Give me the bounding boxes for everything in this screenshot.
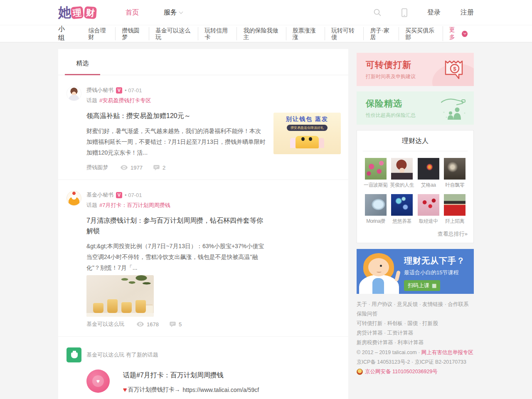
- post1-title[interactable]: 领高温补贴：攒安易盈加赠120元～: [86, 111, 268, 121]
- nav-home[interactable]: 首页: [126, 8, 139, 17]
- post1-topic-link[interactable]: #安易盈攒钱打卡专区: [99, 97, 151, 103]
- topic-label: 话题: [86, 202, 97, 208]
- post1-views: 1977: [121, 165, 143, 171]
- bond-banner-subtitle: 打新时间表及申购建议: [366, 73, 416, 80]
- footer-links-calculators-2[interactable]: 新房税费计算器 · 利率计算器: [357, 338, 474, 347]
- avatar-group-fund[interactable]: [66, 347, 81, 362]
- expert-user[interactable]: Morina攒: [363, 194, 389, 225]
- avatar-post1[interactable]: [66, 86, 81, 101]
- topic-card[interactable]: ♥ 话题#7月打卡：百万计划周周攒钱 ♥ 百万计划攒钱打卡→ https://w…: [86, 369, 341, 394]
- experts-more-link[interactable]: 查看总排行»: [363, 230, 468, 238]
- login-link[interactable]: 登录: [427, 8, 441, 17]
- post1-date: • 07-01: [125, 87, 142, 94]
- subnav-item-maimaimai[interactable]: 买买买俱乐部: [399, 27, 443, 40]
- subnav-item-baoxian[interactable]: 我的保险我做主: [236, 27, 286, 40]
- report-link[interactable]: 网上有害信息举报专区: [421, 350, 473, 355]
- icp-text: 京ICP备 14053123号-2 · 京ICP证 B2-20170733: [357, 357, 474, 367]
- main-nav: 首页 服务: [126, 8, 182, 17]
- nav-service[interactable]: 服务: [164, 8, 182, 17]
- topic-link-text: 百万计划攒钱打卡→: [128, 386, 180, 394]
- subnav-group-label[interactable]: 小组: [58, 25, 71, 42]
- expert-avatar[interactable]: [418, 158, 439, 180]
- view-icon: [121, 165, 128, 170]
- expert-avatar[interactable]: [391, 194, 413, 216]
- expert-avatar[interactable]: [365, 194, 387, 216]
- post-3: 基金可以这么玩 有了新的话题 ♥ 话题#7月打卡：百万计划周周攒钱 ♥ 百万计划…: [58, 337, 348, 399]
- post2-topic-link[interactable]: #7月打卡：百万计划周周攒钱: [99, 202, 170, 208]
- avatar-post2[interactable]: [66, 191, 81, 206]
- tab-featured[interactable]: 精选: [65, 49, 100, 75]
- logo-block-li: 理: [71, 6, 84, 19]
- post3-header-text: 有了新的话题: [126, 352, 158, 358]
- scan-course-button[interactable]: 扫码上课 ▦: [404, 280, 440, 291]
- post-2: 基金小秘书 V • 07-01 话题#7月打卡：百万计划周周攒钱 7月清凉攒钱计…: [58, 180, 348, 337]
- expert-user[interactable]: 叶自飘零: [442, 158, 468, 189]
- topic-card-title[interactable]: 话题#7月打卡：百万计划周周攒钱: [123, 371, 259, 380]
- topic-card-url[interactable]: https://www.talicai.com/a/59cf: [183, 387, 259, 393]
- expert-user[interactable]: 阡上陌离: [442, 194, 468, 225]
- sidebar: 可转债打新 打新时间表及申购建议 $ 保险精选 性价比超高的保险汇总: [357, 53, 474, 377]
- expert-avatar[interactable]: [365, 158, 387, 180]
- subnav-item-jijin[interactable]: 基金可以这么玩: [149, 27, 198, 40]
- footer-links-calculators-1[interactable]: 房贷计算器 · 工资计算器: [357, 328, 474, 338]
- post1-excerpt: 财蜜们好，暑气渐盛，天气越来越热，我们的消暑福利不能停！本次加赠福利延长一周，不…: [86, 126, 266, 158]
- course-title: 理财无从下手？: [404, 255, 465, 266]
- insurance-banner-subtitle: 性价比超高的保险汇总: [366, 112, 416, 119]
- post1-group[interactable]: 攒钱圆梦: [86, 164, 108, 171]
- police-record-link[interactable]: 京公网安备 11010502036929号: [365, 367, 438, 377]
- expert-avatar[interactable]: [418, 194, 439, 216]
- subnav-item-zanqian[interactable]: 攒钱圆梦: [115, 27, 149, 40]
- header-actions: 登录 注册: [353, 8, 474, 17]
- expert-user[interactable]: 一亩波斯菊: [363, 158, 389, 189]
- bond-banner-title: 可转债打新: [366, 59, 416, 71]
- police-badge-icon: [357, 369, 363, 375]
- post2-group[interactable]: 基金可以这么玩: [86, 320, 124, 328]
- expert-user[interactable]: 艾格aa: [416, 158, 441, 189]
- thumb1-subtitle: 攒安易盈送你降温好礼: [287, 125, 328, 131]
- chevron-down-icon: [179, 10, 183, 14]
- post2-author[interactable]: 基金小秘书: [86, 191, 113, 199]
- post1-comments: 2: [153, 165, 165, 171]
- view-icon: [137, 322, 144, 327]
- verified-badge-icon: V: [116, 87, 122, 94]
- subnav-more[interactable]: 更多: [443, 26, 474, 41]
- expert-avatar[interactable]: [444, 194, 466, 216]
- post3-group-name[interactable]: 基金可以这么玩: [86, 352, 124, 358]
- footer-links-tools[interactable]: 可转债打新 · 科创板 · 国债 · 打新股: [357, 319, 474, 328]
- search-icon[interactable]: [373, 8, 382, 17]
- footer-link-insurance-qa[interactable]: 保险问答: [357, 309, 474, 319]
- convertible-bond-banner[interactable]: 可转债打新 打新时间表及申购建议 $: [357, 53, 474, 86]
- expert-avatar[interactable]: [444, 158, 466, 180]
- topic-avatar: ♥: [86, 369, 110, 393]
- register-link[interactable]: 注册: [461, 8, 474, 17]
- insurance-banner[interactable]: 保险精选 性价比超高的保险汇总: [357, 91, 474, 125]
- drink-glasses: [93, 299, 146, 313]
- course-banner[interactable]: 理财无从下手？ 最适合小白的15节课程 扫码上课 ▦: [357, 249, 474, 294]
- comment-icon: [153, 165, 160, 170]
- subnav-item-kezhuanzhai[interactable]: 玩转可转债: [325, 27, 363, 40]
- chevron-down-circle-icon: [462, 31, 468, 37]
- heart-icon: ♥: [123, 386, 127, 394]
- subnav-links: 综合理财 攒钱圆梦 基金可以这么玩 玩转信用卡 我的保险我做主 股票涨涨涨 玩转…: [82, 27, 443, 40]
- subnav-item-gupiao[interactable]: 股票涨涨涨: [286, 27, 325, 40]
- expert-user[interactable]: 悠悠养基: [389, 194, 415, 225]
- subnav-item-zonghelicai[interactable]: 综合理财: [82, 27, 116, 40]
- post1-thumbnail[interactable]: 别让钱包 蒸发 攒安易盈送你降温好礼: [273, 113, 341, 154]
- svg-text:$: $: [453, 66, 456, 72]
- site-logo[interactable]: 她 理 财: [58, 4, 96, 21]
- post2-thumbnail[interactable]: [86, 275, 154, 317]
- expert-user[interactable]: 英俊的人生: [389, 158, 415, 189]
- feed-tabs: 精选: [58, 49, 348, 75]
- comment-icon: [170, 322, 176, 327]
- post1-author[interactable]: 攒钱小秘书: [86, 86, 113, 94]
- subnav-item-xinyongka[interactable]: 玩转信用卡: [198, 27, 236, 40]
- subnav-item-fangzi[interactable]: 房子·家居: [363, 27, 399, 40]
- thumb1-title: 别让钱包 蒸发: [286, 116, 328, 123]
- post2-title[interactable]: 7月清凉攒钱计划：参与百万计划周周攒，钻石杯四件套等你解锁: [86, 215, 268, 236]
- category-nav: 小组 综合理财 攒钱圆梦 基金可以这么玩 玩转信用卡 我的保险我做主 股票涨涨涨…: [0, 25, 532, 42]
- post-1: 攒钱小秘书 V • 07-01 话题#安易盈攒钱打卡专区 领高温补贴：攒安易盈加…: [58, 75, 348, 180]
- expert-user[interactable]: 取经途中: [416, 194, 441, 225]
- mobile-icon[interactable]: [401, 8, 407, 17]
- footer-links-about[interactable]: 关于 · 用户协议 · 意见反馈 · 友情链接 · 合作联系: [357, 300, 474, 309]
- expert-avatar[interactable]: [391, 158, 413, 180]
